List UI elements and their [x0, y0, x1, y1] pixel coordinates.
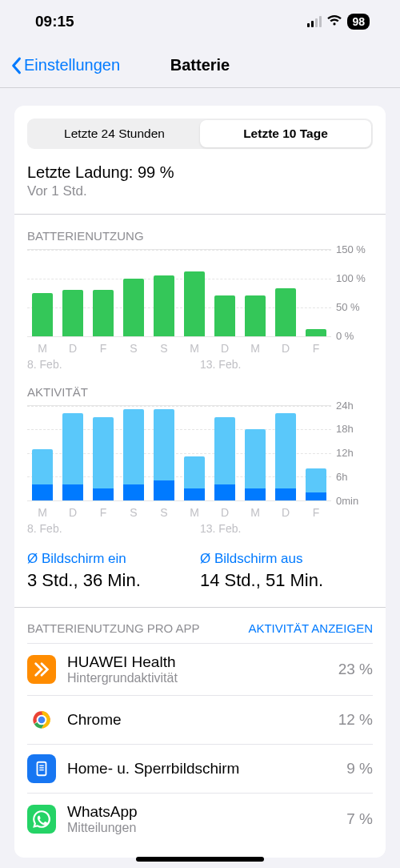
svg-rect-3 [38, 762, 46, 776]
tab-24h[interactable]: Letzte 24 Stunden [29, 120, 200, 147]
app-row-home-lockscreen[interactable]: Home- u. Sperrbildschirm 9 % [27, 744, 373, 793]
x-date-start-2: 8. Feb. [27, 522, 200, 535]
home-lockscreen-icon [27, 754, 56, 783]
home-indicator[interactable] [136, 857, 264, 862]
x-date-mid: 13. Feb. [200, 358, 241, 371]
svg-rect-6 [39, 770, 44, 770]
app-row-chrome[interactable]: Chrome 12 % [27, 695, 373, 744]
last-charge-time: Vor 1 Std. [27, 183, 373, 199]
status-indicators: 98 [307, 13, 370, 30]
svg-rect-4 [39, 765, 44, 766]
activity-label: AKTIVITÄT [27, 385, 373, 399]
back-label: Einstellungen [24, 56, 120, 74]
battery-card: Letzte 24 Stunden Letzte 10 Tage Letzte … [14, 106, 386, 858]
page-title: Batterie [170, 56, 230, 74]
x-date-mid-2: 13. Feb. [200, 522, 241, 535]
avg-screen-off: Ø Bildschirm aus 14 Std., 51 Min. [200, 551, 373, 591]
battery-usage-label: BATTERIENUTZUNG [27, 229, 373, 243]
last-charge-title: Letzte Ladung: 99 % [27, 163, 373, 182]
huawei-health-icon [27, 655, 56, 684]
wifi-icon [326, 13, 342, 30]
perapp-title: BATTERIENUTZUNG PRO APP [27, 621, 200, 635]
time-range-segmented: Letzte 24 Stunden Letzte 10 Tage [27, 119, 373, 149]
chevron-left-icon [10, 57, 22, 74]
tab-10d[interactable]: Letzte 10 Tage [200, 120, 371, 147]
x-date-start: 8. Feb. [27, 358, 200, 371]
app-row-whatsapp[interactable]: WhatsApp Mitteilungen 7 % [27, 793, 373, 845]
whatsapp-icon [27, 805, 56, 834]
navigation-bar: Einstellungen Batterie [0, 43, 400, 88]
activity-chart[interactable]: 24h18h12h6h0min [27, 405, 373, 501]
perapp-header: BATTERIENUTZUNG PRO APP AKTIVITÄT ANZEIG… [27, 621, 373, 635]
chrome-icon [27, 705, 56, 734]
battery-level-badge: 98 [347, 14, 370, 30]
averages: Ø Bildschirm ein 3 Std., 36 Min. Ø Bilds… [27, 551, 373, 591]
cellular-signal-icon [307, 16, 322, 27]
show-activity-button[interactable]: AKTIVITÄT ANZEIGEN [248, 621, 373, 635]
avg-screen-on: Ø Bildschirm ein 3 Std., 36 Min. [27, 551, 200, 591]
status-bar: 09:15 98 [0, 0, 400, 43]
app-row-huawei-health[interactable]: HUAWEI Health Hintergrundaktivität 23 % [27, 643, 373, 695]
back-button[interactable]: Einstellungen [10, 56, 120, 74]
status-time: 09:15 [35, 13, 74, 30]
last-charge: Letzte Ladung: 99 % Vor 1 Std. [27, 163, 373, 199]
battery-usage-chart[interactable]: 150 %100 %50 %0 % [27, 249, 373, 337]
svg-rect-5 [39, 767, 44, 768]
